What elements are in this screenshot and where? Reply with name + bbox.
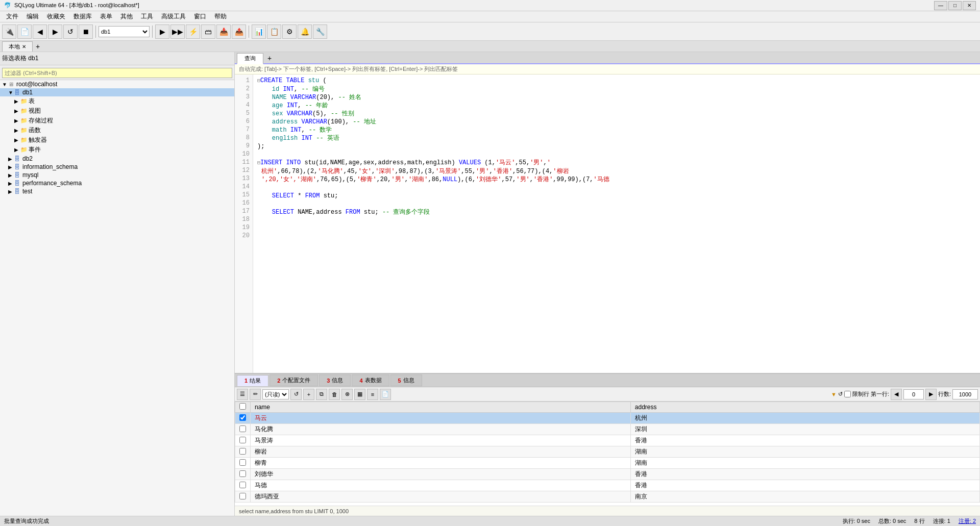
row-checkbox[interactable] [239, 482, 246, 488]
menu-database[interactable]: 数据库 [69, 11, 96, 22]
delete-row-button[interactable]: 🗑 [329, 389, 340, 400]
export-data-button[interactable]: 📄 [380, 389, 391, 400]
menu-favorites[interactable]: 收藏夹 [43, 11, 69, 22]
limit-checkbox[interactable] [844, 391, 851, 397]
menu-advanced[interactable]: 高级工具 [157, 11, 190, 22]
col-header-check[interactable] [235, 402, 251, 413]
tree-node-db2[interactable]: ▶ 🗄 db2 [0, 155, 234, 163]
row-checkbox[interactable] [239, 414, 246, 421]
menu-file[interactable]: 文件 [2, 11, 22, 22]
result-tab-info2[interactable]: 5 信息 [390, 374, 422, 386]
table-row[interactable]: 马化腾 深圳 [235, 424, 980, 435]
conn-tab-add[interactable]: + [33, 41, 43, 52]
tree-node-perfschema[interactable]: ▶ 🗄 performance_schema [0, 179, 234, 187]
query-tab-add[interactable]: + [263, 53, 276, 63]
tree-arrow-tables[interactable]: ▶ [14, 98, 20, 104]
import-button[interactable]: 📥 [216, 24, 231, 39]
tree-node-root[interactable]: ▼ 🖥 root@localhost [0, 80, 234, 88]
tree-node-tables[interactable]: ▶ 📁 表 [0, 96, 234, 106]
row-checkbox[interactable] [239, 448, 246, 455]
row-check-cell[interactable] [235, 469, 251, 480]
close-button[interactable]: ✕ [963, 1, 976, 10]
menu-other[interactable]: 其他 [116, 11, 137, 22]
result-tab-profiles[interactable]: 2 个配置文件 [270, 374, 318, 386]
result-tab-info[interactable]: 3 信息 [319, 374, 351, 386]
conn-tab-close[interactable]: ✕ [22, 44, 26, 49]
database-select[interactable]: db1 [99, 26, 150, 37]
result-tab-results[interactable]: 1 结果 [237, 375, 268, 386]
tree-arrow-infoschema[interactable]: ▶ [8, 164, 14, 170]
edit-mode-button[interactable]: ✏ [250, 389, 261, 400]
grid-view-button[interactable]: ▦ [354, 389, 365, 400]
tree-node-db1[interactable]: ▼ 🗄 db1 [0, 88, 234, 96]
register-link[interactable]: 注册: 2 [959, 517, 976, 525]
table-button[interactable]: 🗃 [201, 24, 215, 39]
stop-button[interactable]: ⏹ [79, 24, 93, 39]
row-checkbox[interactable] [239, 459, 246, 466]
row-check-cell[interactable] [235, 446, 251, 458]
select-all-check[interactable] [239, 403, 246, 410]
job-button[interactable]: ⚙ [282, 24, 297, 39]
tree-arrow-root[interactable]: ▼ [2, 82, 8, 87]
sidebar-filter-input[interactable] [2, 68, 232, 78]
schema-button[interactable]: 📊 [252, 24, 266, 39]
menu-edit[interactable]: 编辑 [22, 11, 43, 22]
tree-node-infoschema[interactable]: ▶ 🗄 information_schema [0, 163, 234, 171]
select-all-button[interactable]: ☰ [237, 389, 248, 400]
table-row[interactable]: 德玛西亚 南京 [235, 491, 980, 503]
first-row-next-button[interactable]: ▶ [925, 389, 937, 400]
tree-arrow-mysql[interactable]: ▶ [8, 172, 14, 178]
row-check-cell[interactable] [235, 491, 251, 503]
delete-all-button[interactable]: ⊗ [341, 389, 353, 400]
tree-arrow-funcs[interactable]: ▶ [14, 128, 20, 133]
refresh-data-button[interactable]: ↺ [290, 389, 302, 400]
result-tab-tabledata[interactable]: 4 表数据 [352, 374, 389, 386]
minimize-button[interactable]: — [934, 1, 947, 10]
row-check-cell[interactable] [235, 458, 251, 469]
tree-node-funcs[interactable]: ▶ 📁 函数 [0, 126, 234, 135]
tree-node-mysql[interactable]: ▶ 🗄 mysql [0, 171, 234, 179]
tree-node-events[interactable]: ▶ 📁 事件 [0, 145, 234, 155]
tree-node-views[interactable]: ▶ 📁 视图 [0, 106, 234, 116]
settings-button[interactable]: 🔧 [313, 24, 327, 39]
tree-arrow-views[interactable]: ▶ [14, 108, 20, 114]
tree-arrow-triggers[interactable]: ▶ [14, 137, 20, 143]
export-button[interactable]: 📤 [232, 24, 246, 39]
tree-arrow-procs[interactable]: ▶ [14, 118, 20, 123]
table-row[interactable]: 柳青 湖南 [235, 458, 980, 469]
execute-all-button[interactable]: ▶▶ [170, 24, 185, 39]
menu-table[interactable]: 表单 [96, 11, 116, 22]
tree-arrow-db1[interactable]: ▼ [8, 90, 14, 95]
table-row[interactable]: 马云 杭州 [235, 413, 980, 424]
execute-button[interactable]: ▶ [155, 24, 169, 39]
table-row[interactable]: 马景涛 香港 [235, 435, 980, 446]
new-connection-button[interactable]: 🔌 [2, 24, 16, 39]
list-view-button[interactable]: ≡ [367, 389, 378, 400]
query-tab-main[interactable]: 查询 [237, 53, 263, 64]
first-row-prev-button[interactable]: ◀ [891, 389, 902, 400]
tree-arrow-perfschema[interactable]: ▶ [8, 181, 14, 186]
row-check-cell[interactable] [235, 435, 251, 446]
tree-arrow-db2[interactable]: ▶ [8, 156, 14, 162]
execute-select-button[interactable]: ⚡ [186, 24, 200, 39]
row-check-cell[interactable] [235, 424, 251, 435]
table-row[interactable]: 柳岩 湖南 [235, 446, 980, 458]
forward-button[interactable]: ▶ [48, 24, 62, 39]
col-header-address[interactable]: address [630, 402, 979, 413]
row-checkbox[interactable] [239, 437, 246, 443]
table-row[interactable]: 刘德华 香港 [235, 469, 980, 480]
row-checkbox[interactable] [239, 470, 246, 477]
tree-arrow-events[interactable]: ▶ [14, 147, 20, 153]
tree-node-triggers[interactable]: ▶ 📁 触发器 [0, 135, 234, 145]
tree-node-procs[interactable]: ▶ 📁 存储过程 [0, 116, 234, 126]
new-query-button[interactable]: 📄 [17, 24, 32, 39]
row-check-cell[interactable] [235, 480, 251, 491]
back-button[interactable]: ◀ [33, 24, 47, 39]
row-count-input[interactable] [952, 389, 978, 399]
refresh-button[interactable]: ↺ [63, 24, 78, 39]
row-checkbox[interactable] [239, 493, 246, 499]
history-button[interactable]: 📋 [267, 24, 281, 39]
notification-button[interactable]: 🔔 [298, 24, 312, 39]
col-header-name[interactable]: name [251, 402, 631, 413]
table-row[interactable]: 马德 香港 [235, 480, 980, 491]
